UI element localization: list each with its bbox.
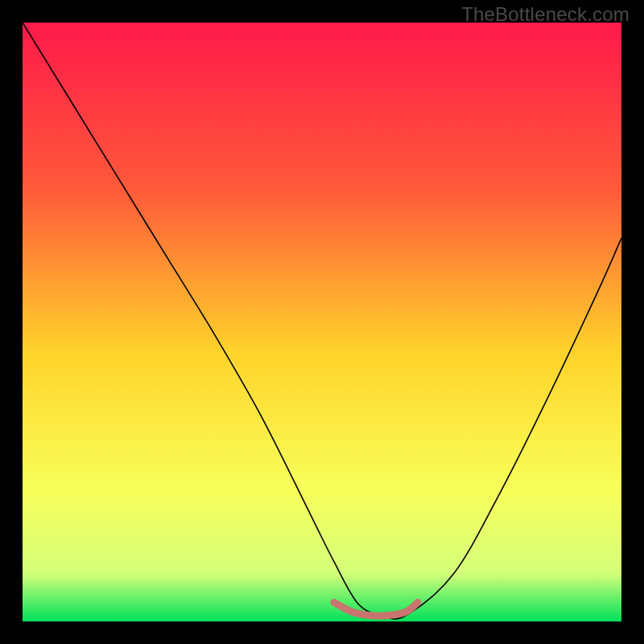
chart-frame: TheBottleneck.com	[0, 0, 644, 644]
plot-area	[23, 23, 621, 621]
chart-svg	[23, 23, 621, 621]
gradient-background	[23, 23, 621, 621]
watermark-text: TheBottleneck.com	[461, 3, 630, 26]
